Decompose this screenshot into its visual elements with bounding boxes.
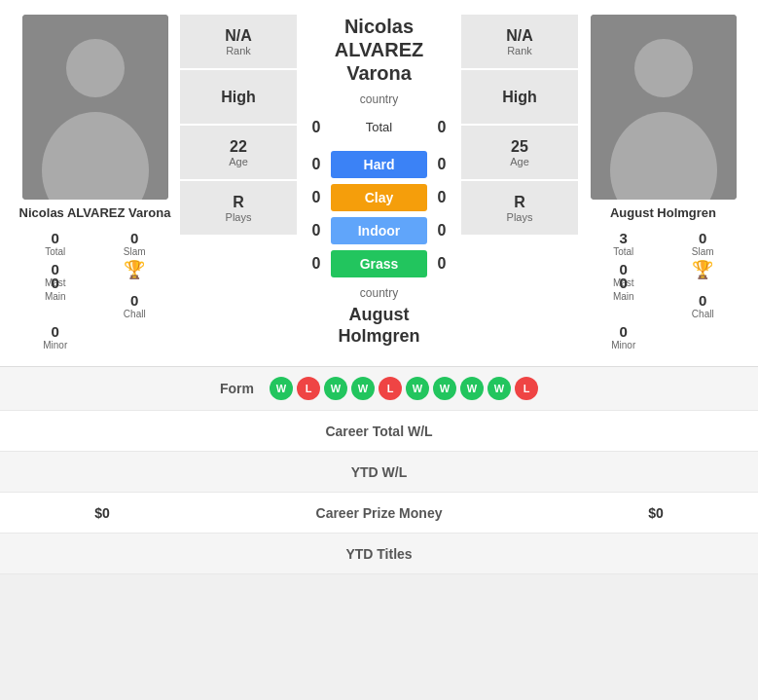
main-container: Nicolas ALVAREZ Varona 0 Total 0 Slam 0 … — [0, 0, 758, 574]
form-badge-w: W — [270, 377, 293, 400]
player1-main-label: Main — [45, 291, 66, 302]
center-section: Nicolas ALVAREZ Varona country 0 Total 0… — [297, 15, 461, 351]
player1-chall-stat: 0 Chall — [99, 292, 171, 319]
hard-row: 0 Hard 0 — [302, 151, 456, 178]
prize-center: Career Prize Money — [190, 505, 568, 521]
player1-total-stat: 0 Total — [19, 230, 91, 257]
total-score-right: 0 — [427, 119, 456, 136]
player2-chall-value: 0 — [699, 292, 706, 309]
player2-card: August Holmgren 3 Total 0 Slam 0 Mast 🏆 — [578, 15, 748, 351]
career-wl-row: Career Total W/L — [0, 411, 758, 452]
player2-minor-value: 0 — [620, 323, 628, 340]
player2-rank-value: N/A — [506, 27, 533, 45]
player1-chall-label: Chall — [124, 309, 146, 319]
player2-trophy: 🏆 — [668, 261, 740, 288]
player2-main-stat: 0 Main — [588, 275, 660, 319]
player1-high-value: High — [221, 89, 256, 106]
player2-country-center: country — [360, 286, 398, 300]
player2-avatar — [591, 15, 737, 200]
form-row: Form WLWWLWWWWL — [0, 367, 758, 411]
player1-avatar — [22, 15, 168, 200]
player2-slam-label: Slam — [692, 246, 714, 257]
player2-main-label: Main — [613, 291, 634, 302]
player2-mid-stats: N/A Rank High 25 Age R Plays — [461, 15, 578, 351]
player1-minor-label: Minor — [43, 340, 67, 350]
player2-rank-label: Rank — [507, 45, 532, 56]
player1-main-stat: 0 Main — [19, 275, 91, 319]
trophy-icon: 🏆 — [124, 261, 145, 278]
player2-chall-stat: 0 Chall — [668, 292, 740, 319]
player1-mid-stats: N/A Rank High 22 Age R Plays — [180, 15, 297, 351]
player1-main-value: 0 — [52, 275, 59, 291]
form-badge-l: L — [515, 377, 538, 400]
player2-age-value: 25 — [511, 138, 528, 156]
form-center: Form WLWWLWWWWL — [190, 377, 568, 400]
ytd-titles-center: YTD Titles — [190, 546, 568, 562]
player2-plays-label: Plays — [507, 211, 533, 223]
player1-plays-value: R — [233, 194, 244, 211]
player1-chall-value: 0 — [130, 292, 138, 309]
player1-slam-label: Slam — [124, 246, 146, 257]
stats-table-section: Form WLWWLWWWWL Career Total W/L YTD W/L… — [0, 366, 758, 574]
grass-score-left: 0 — [302, 255, 331, 273]
player2-slam-value: 0 — [699, 230, 706, 246]
player2-minor-stat: 0 Minor — [588, 323, 660, 350]
ytd-wl-center: YTD W/L — [190, 464, 568, 480]
player1-slam-stat: 0 Slam — [99, 230, 171, 257]
trophy2-icon: 🏆 — [692, 261, 713, 278]
player2-high-box: High — [461, 70, 578, 124]
player1-minor-value: 0 — [52, 323, 59, 340]
player1-age-box: 22 Age — [180, 126, 297, 179]
form-badge-w: W — [433, 377, 456, 400]
player1-rank-value: N/A — [225, 27, 252, 45]
hard-label: Hard — [331, 151, 427, 178]
clay-score-left: 0 — [302, 189, 331, 206]
form-badge-l: L — [297, 377, 320, 400]
player2-age-label: Age — [510, 156, 529, 167]
player1-name: Nicolas ALVAREZ Varona — [19, 205, 171, 222]
player2-stats: 3 Total 0 Slam 0 Mast 🏆 0 Main — [578, 230, 748, 350]
form-badges: WLWWLWWWWL — [270, 377, 538, 400]
form-badge-w: W — [460, 377, 484, 400]
player2-total-stat: 3 Total — [588, 230, 660, 257]
total-score-left: 0 — [302, 119, 331, 136]
player1-high-box: High — [180, 70, 297, 124]
grass-score-right: 0 — [427, 255, 456, 273]
player2-total-value: 3 — [620, 230, 628, 246]
prize-right: $0 — [568, 505, 743, 521]
total-row: 0 Total 0 — [302, 114, 456, 140]
player1-age-label: Age — [229, 156, 248, 167]
player1-plays-label: Plays — [226, 211, 252, 223]
player2-total-label: Total — [613, 246, 633, 257]
player2-rank-box: N/A Rank — [461, 15, 578, 68]
player2-main-value: 0 — [620, 275, 628, 291]
form-badge-l: L — [379, 377, 402, 400]
player2-high-value: High — [502, 89, 537, 106]
clay-row: 0 Clay 0 — [302, 184, 456, 211]
grass-row: 0 Grass 0 — [302, 250, 456, 277]
indoor-score-left: 0 — [302, 222, 331, 239]
total-label: Total — [331, 114, 427, 140]
form-badge-w: W — [406, 377, 429, 400]
player2-name: August Holmgren — [610, 205, 716, 222]
player1-slam-value: 0 — [130, 230, 138, 246]
player2-plays-box: R Plays — [461, 181, 578, 235]
svg-point-4 — [634, 39, 693, 97]
player1-country: country — [360, 92, 398, 106]
player1-plays-box: R Plays — [180, 181, 297, 235]
players-section: Nicolas ALVAREZ Varona 0 Total 0 Slam 0 … — [0, 0, 758, 366]
form-badge-w: W — [324, 377, 347, 400]
player1-total-value: 0 — [52, 230, 59, 246]
indoor-score-right: 0 — [427, 222, 456, 239]
hard-score-right: 0 — [427, 156, 456, 173]
ytd-titles-row: YTD Titles — [0, 534, 758, 574]
form-badge-w: W — [351, 377, 375, 400]
hard-score-left: 0 — [302, 156, 331, 173]
player2-minor-label: Minor — [611, 340, 635, 350]
player1-minor-stat: 0 Minor — [19, 323, 91, 350]
grass-label: Grass — [331, 250, 427, 277]
player2-slam-stat: 0 Slam — [668, 230, 740, 257]
indoor-row: 0 Indoor 0 — [302, 217, 456, 244]
form-badge-w: W — [487, 377, 511, 400]
player1-rank-box: N/A Rank — [180, 15, 297, 68]
